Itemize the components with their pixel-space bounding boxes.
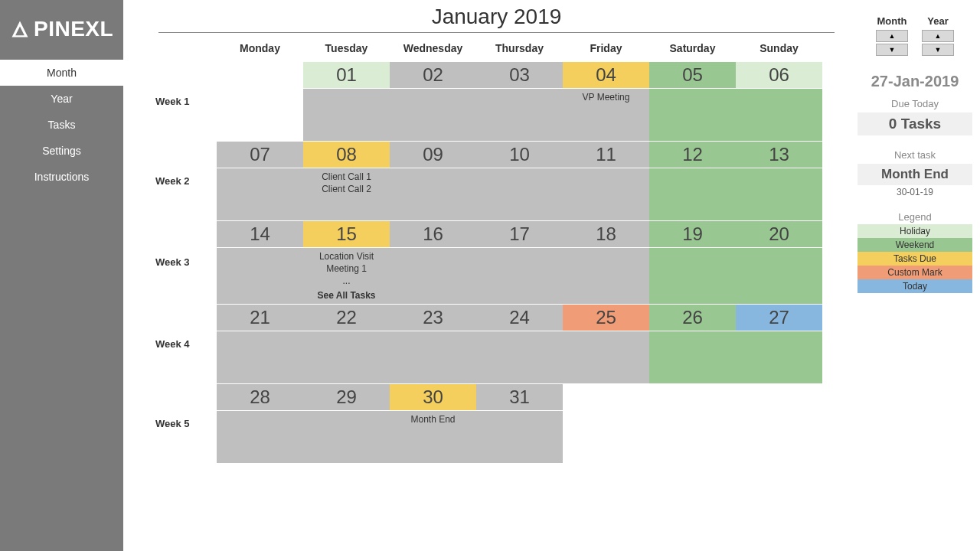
day-body: [563, 168, 649, 220]
task-line: VP Meeting: [564, 91, 648, 103]
day-body: [217, 248, 303, 304]
day-header: Wednesday: [390, 34, 476, 62]
day-cell[interactable]: 17: [476, 221, 563, 304]
day-number: 18: [563, 221, 649, 247]
day-body: Month End: [390, 411, 476, 463]
day-number: 16: [390, 221, 476, 247]
day-cell[interactable]: 05: [649, 62, 736, 141]
day-header: Saturday: [649, 34, 736, 62]
day-body: [563, 411, 649, 463]
next-task-date: 30-01-19: [858, 187, 972, 197]
day-number: [563, 384, 649, 410]
day-number: 11: [563, 142, 649, 168]
today-date: 27-Jan-2019: [858, 73, 972, 90]
week-label: Week 1: [151, 62, 217, 141]
day-body: [303, 411, 390, 463]
day-number: 02: [390, 62, 476, 88]
day-cell[interactable]: 02: [390, 62, 476, 141]
day-cell[interactable]: 13: [736, 142, 822, 220]
nav-item-instructions[interactable]: Instructions: [0, 164, 123, 190]
main: January 2019 MondayTuesdayWednesdayThurs…: [123, 0, 980, 551]
logo-icon: [9, 18, 31, 40]
day-number: 20: [736, 221, 822, 247]
month-down-button[interactable]: ▼: [876, 44, 908, 56]
see-all-tasks-link[interactable]: See All Tasks: [305, 289, 388, 302]
month-up-button[interactable]: ▲: [876, 30, 908, 42]
legend-custom: Custom Mark: [858, 266, 972, 279]
day-cell[interactable]: 06: [736, 62, 822, 141]
legend-tasksdue: Tasks Due: [858, 252, 972, 266]
day-cell[interactable]: 31: [476, 384, 563, 463]
legend-title: Legend: [858, 211, 972, 223]
day-cell[interactable]: 25: [563, 305, 649, 383]
day-cell[interactable]: 12: [649, 142, 736, 220]
day-body: [390, 168, 476, 220]
year-spinner-label: Year: [927, 15, 948, 27]
day-number: 07: [217, 142, 303, 168]
day-cell[interactable]: 14: [217, 221, 303, 304]
legend-today: Today: [858, 279, 972, 293]
day-number: 22: [303, 305, 390, 331]
day-cell[interactable]: 27: [736, 305, 822, 383]
day-cell[interactable]: 09: [390, 142, 476, 220]
day-body: [476, 411, 563, 463]
day-body: [649, 331, 736, 383]
nav-item-month[interactable]: Month: [0, 60, 123, 86]
day-number: 29: [303, 384, 390, 410]
day-cell[interactable]: 11: [563, 142, 649, 220]
calendar: January 2019 MondayTuesdayWednesdayThurs…: [123, 5, 858, 551]
day-body: [563, 331, 649, 383]
day-body: [390, 331, 476, 383]
task-line: Meeting 1: [305, 262, 388, 275]
day-cell[interactable]: 26: [649, 305, 736, 383]
day-body: [390, 89, 476, 141]
day-cell[interactable]: 28: [217, 384, 303, 463]
day-number: 10: [476, 142, 563, 168]
day-cell[interactable]: 18: [563, 221, 649, 304]
legend-weekend: Weekend: [858, 238, 972, 252]
day-body: [390, 248, 476, 304]
next-task-name: Month End: [858, 164, 972, 185]
day-number: 26: [649, 305, 736, 331]
day-body: [217, 89, 303, 141]
day-number: [217, 62, 303, 88]
day-cell[interactable]: 20: [736, 221, 822, 304]
sidebar: PINEXL MonthYearTasksSettingsInstruction…: [0, 0, 123, 551]
day-number: 12: [649, 142, 736, 168]
day-cell[interactable]: 15Location VisitMeeting 1...See All Task…: [303, 221, 390, 304]
day-number: 30: [390, 384, 476, 410]
day-cell[interactable]: 07: [217, 142, 303, 220]
day-cell[interactable]: 03: [476, 62, 563, 141]
day-cell[interactable]: 30Month End: [390, 384, 476, 463]
nav-item-settings[interactable]: Settings: [0, 138, 123, 164]
task-line: Client Call 2: [305, 183, 388, 195]
nav-item-tasks[interactable]: Tasks: [0, 112, 123, 138]
spinner-row: Month ▲ ▼ Year ▲ ▼: [858, 15, 972, 56]
day-cell[interactable]: 22: [303, 305, 390, 383]
day-number: 21: [217, 305, 303, 331]
day-cell[interactable]: 24: [476, 305, 563, 383]
day-header: Monday: [217, 34, 303, 62]
week-label: Week 2: [151, 142, 217, 220]
day-number: 31: [476, 384, 563, 410]
day-header: Friday: [563, 34, 649, 62]
day-number: 06: [736, 62, 822, 88]
week-label: Week 4: [151, 305, 217, 383]
day-cell[interactable]: 04VP Meeting: [563, 62, 649, 141]
day-header-row: MondayTuesdayWednesdayThursdayFridaySatu…: [151, 34, 842, 62]
day-cell[interactable]: 29: [303, 384, 390, 463]
day-cell[interactable]: 19: [649, 221, 736, 304]
nav-item-year[interactable]: Year: [0, 86, 123, 112]
year-up-button[interactable]: ▲: [922, 30, 954, 42]
day-body: [736, 331, 822, 383]
day-cell[interactable]: 23: [390, 305, 476, 383]
day-number: 15: [303, 221, 390, 247]
year-down-button[interactable]: ▼: [922, 44, 954, 56]
day-number: 09: [390, 142, 476, 168]
day-cell[interactable]: 08Client Call 1Client Call 2: [303, 142, 390, 220]
week-row: Week 5282930Month End31: [151, 384, 842, 463]
day-cell[interactable]: 01: [303, 62, 390, 141]
day-cell[interactable]: 16: [390, 221, 476, 304]
day-cell[interactable]: 21: [217, 305, 303, 383]
day-cell[interactable]: 10: [476, 142, 563, 220]
